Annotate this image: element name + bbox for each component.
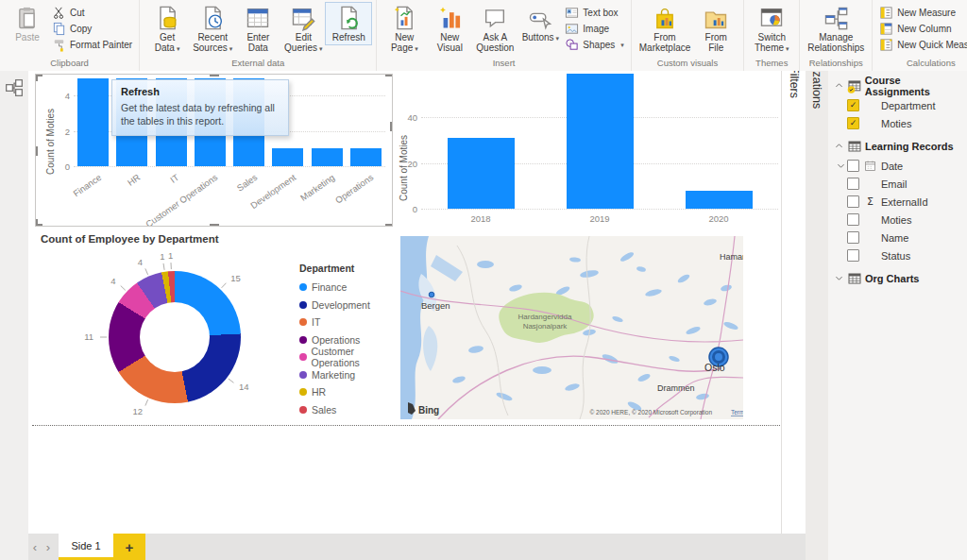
legend-label: Finance [312, 281, 347, 293]
selection-handle[interactable] [210, 74, 219, 76]
from-file-button[interactable]: From File [693, 3, 738, 55]
button-label: Switch Theme▾ [752, 32, 791, 53]
field-checkbox[interactable] [847, 213, 859, 226]
visualizations-panel-collapsed[interactable]: Visualizations [806, 71, 829, 560]
button-label: Recent Sources▾ [193, 32, 232, 53]
new-column-button[interactable]: New Column [879, 21, 967, 37]
legend-item-customer-operations[interactable]: Customer Operations [299, 348, 399, 366]
model-view-icon[interactable] [5, 78, 24, 97]
donut-data-label: 14 [239, 382, 249, 392]
field-course-assignments-moties[interactable]: ✓Moties [828, 114, 967, 132]
field-learning-records-date[interactable]: Date [828, 157, 967, 175]
map-label-park-1: Hardangervidda [518, 313, 572, 321]
from-marketplace-button[interactable]: From Marketplace [636, 3, 693, 55]
bar-operations[interactable] [350, 148, 382, 166]
x-axis-category-label: Marketing [298, 172, 336, 203]
button-label: Copy [70, 24, 92, 34]
bar-development[interactable] [272, 148, 303, 166]
refresh-button[interactable]: Refresh [326, 3, 371, 44]
button-label: Manage Relationships [807, 32, 864, 53]
new-measure-button[interactable]: New Measure [879, 5, 967, 21]
selection-handle[interactable] [35, 219, 38, 227]
legend-item-sales[interactable]: Sales [299, 401, 399, 419]
enter-data-button[interactable]: Enter Data [235, 3, 280, 55]
new-quick-measure-button[interactable]: New Quick Measure [879, 37, 967, 53]
prev-page-arrow[interactable]: ‹ [28, 534, 42, 560]
ribbon-group-themes: Switch Theme▾Themes [744, 0, 800, 71]
legend-item-it[interactable]: IT [299, 314, 399, 331]
selection-handle[interactable] [390, 122, 393, 131]
field-checkbox[interactable] [847, 249, 859, 262]
selection-handle[interactable] [35, 74, 38, 81]
gridline [421, 209, 778, 210]
get-data-button[interactable]: Get Data▾ [144, 3, 190, 55]
fields-table-learning-records[interactable]: Learning Records [828, 136, 967, 157]
chevron-down-icon[interactable] [835, 161, 847, 171]
fields-table-org-charts[interactable]: Org Charts [828, 268, 967, 289]
dropdown-caret-icon: ▾ [556, 35, 560, 42]
field-learning-records-externalid[interactable]: ΣExternalId [828, 193, 967, 211]
dropdown-caret-icon: ▾ [620, 42, 624, 49]
field-checkbox[interactable] [847, 195, 859, 208]
button-label: Buttons▾ [522, 32, 559, 42]
map-canvas[interactable]: BergenHardangerviddaNasjonalparkOsloDram… [400, 236, 743, 419]
text-box-button[interactable]: Text box [565, 5, 623, 21]
legend-item-finance[interactable]: Finance [299, 279, 399, 297]
legend-item-marketing[interactable]: Marketing [299, 366, 399, 384]
legend-item-development[interactable]: Development [299, 297, 399, 314]
format-painter-button[interactable]: Format Painter [52, 37, 132, 53]
manage-relationships-button[interactable]: Manage Relationships [805, 3, 867, 55]
shapes-button[interactable]: Shapes▾ [565, 37, 623, 53]
next-page-arrow[interactable]: › [42, 534, 55, 560]
field-label: Name [881, 232, 908, 244]
field-checkbox[interactable] [847, 231, 859, 244]
bar-2020[interactable] [686, 191, 753, 209]
format-painter-icon [52, 38, 66, 52]
new-page-button[interactable]: New Page▾ [382, 3, 427, 55]
buttons-button[interactable]: Buttons▾ [517, 3, 563, 44]
bar-chart-moties-by-year[interactable]: Count of Moties02040201820192020 [397, 71, 781, 224]
field-learning-records-email[interactable]: Email [828, 175, 967, 193]
image-button[interactable]: Image [565, 21, 623, 37]
copy-button[interactable]: Copy [52, 21, 132, 37]
table-icon [847, 271, 862, 286]
field-course-assignments-department[interactable]: ✓Department [828, 96, 967, 114]
donut-legend: DepartmentFinanceDevelopmentITOperations… [299, 263, 399, 418]
new-page-icon [391, 5, 417, 31]
field-checkbox[interactable]: ✓ [847, 99, 859, 111]
field-learning-records-status[interactable]: Status [828, 246, 967, 264]
paste-button[interactable]: Paste [5, 3, 50, 44]
fields-panel: Course Assignments✓Department✓MotiesLear… [828, 71, 967, 560]
map-terms-link[interactable]: Terms [731, 409, 743, 416]
bar-marketing[interactable] [312, 148, 343, 166]
legend-label: IT [312, 316, 320, 328]
ribbon-small-column: CutCopyFormat Painter [50, 3, 134, 53]
selection-handle[interactable] [385, 74, 393, 76]
donut-chart-employee-by-department[interactable]: Count of Employee by Department 15141211… [35, 231, 399, 425]
edit-queries-button[interactable]: Edit Queries▾ [280, 3, 326, 55]
field-learning-records-name[interactable]: Name [828, 229, 967, 246]
report-canvas[interactable]: Count of Moties024FinanceHRITCustomer Op… [28, 71, 781, 534]
bar-2019[interactable] [567, 74, 634, 209]
field-checkbox[interactable] [847, 178, 859, 190]
selection-handle[interactable] [210, 224, 219, 227]
bar-2018[interactable] [448, 138, 515, 209]
field-checkbox[interactable]: ✓ [847, 117, 859, 129]
add-page-button[interactable]: + [113, 534, 145, 560]
selection-handle[interactable] [35, 146, 38, 156]
fields-table-course-assignments[interactable]: Course Assignments [828, 76, 967, 96]
new-visual-button[interactable]: New Visual [427, 3, 472, 55]
switch-theme-button[interactable]: Switch Theme▾ [749, 3, 794, 55]
page-tab-side1[interactable]: Side 1 [59, 534, 113, 560]
field-learning-records-moties[interactable]: Moties [828, 211, 967, 229]
map-attribution: © 2020 HERE, © 2020 Microsoft Corporatio… [589, 409, 712, 416]
bar-finance[interactable] [77, 78, 109, 166]
filters-panel-collapsed[interactable]: Filters [781, 71, 807, 534]
field-checkbox[interactable] [847, 160, 859, 172]
ask-a-question-button[interactable]: Ask A Question [472, 3, 517, 55]
bing-map-visual[interactable]: BergenHardangerviddaNasjonalparkOsloDram… [400, 236, 743, 419]
recent-sources-button[interactable]: Recent Sources▾ [190, 3, 235, 55]
cut-button[interactable]: Cut [52, 5, 132, 21]
selection-handle[interactable] [385, 224, 393, 227]
legend-item-hr[interactable]: HR [299, 383, 399, 401]
